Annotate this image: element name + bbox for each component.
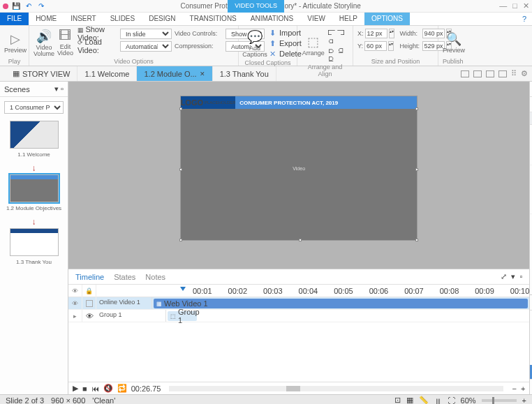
slide-thumb-2[interactable] bbox=[10, 174, 59, 202]
y-spinner[interactable]: ▴▾ bbox=[388, 41, 394, 51]
resize-handle[interactable] bbox=[299, 239, 302, 241]
tab-insert[interactable]: INSERT bbox=[64, 13, 103, 25]
stop-icon[interactable]: ■ bbox=[82, 384, 87, 393]
timeline-tool-icon[interactable]: ⤢ bbox=[501, 272, 507, 281]
timeline-clip[interactable]: ▦ Web Video 1 bbox=[154, 299, 528, 308]
tab-options[interactable]: OPTIONS bbox=[364, 13, 410, 25]
resize-handle[interactable] bbox=[179, 239, 182, 241]
play-icon[interactable]: ▶ bbox=[73, 384, 78, 393]
slide-title-box[interactable]: CONSUMER PROTECTION ACT, 2019 bbox=[235, 96, 417, 109]
timeline-tab[interactable]: Timeline bbox=[75, 273, 104, 281]
zoom-value[interactable]: 60% bbox=[461, 396, 476, 405]
tab-home[interactable]: HOME bbox=[29, 13, 64, 25]
slide-canvas[interactable]: LOGOPLACEHOLDER CONSUMER PROTECTION ACT,… bbox=[180, 96, 418, 241]
scene-selector[interactable]: 1 Consumer Prot bbox=[4, 101, 64, 114]
mute-icon[interactable]: 🔇 bbox=[103, 384, 113, 393]
story-view-tab[interactable]: ▦STORY VIEW bbox=[6, 66, 77, 81]
zoom-in-icon[interactable]: + bbox=[521, 384, 525, 393]
edit-video-button[interactable]: 🎞Edit Video bbox=[57, 28, 73, 57]
maximize-icon[interactable]: □ bbox=[512, 1, 517, 10]
zoom-out-icon[interactable]: − bbox=[512, 384, 516, 393]
close-tab-icon[interactable]: ✕ bbox=[200, 70, 205, 77]
zoom-in-icon[interactable]: + bbox=[522, 396, 526, 405]
collapse-icon[interactable]: ▾ bbox=[54, 84, 59, 93]
x-input[interactable] bbox=[365, 29, 387, 38]
tab-transitions[interactable]: TRANSITIONS bbox=[183, 13, 244, 25]
grid-icon[interactable]: ▦ bbox=[406, 396, 413, 404]
layout-icon-2[interactable] bbox=[473, 70, 482, 77]
preview-button[interactable]: ▷Preview bbox=[4, 28, 27, 57]
toggle-panels-icon[interactable]: ⠿ bbox=[511, 69, 517, 78]
redo-icon[interactable]: ↷ bbox=[36, 1, 46, 11]
playhead-icon[interactable] bbox=[180, 287, 186, 291]
layout-icon-3[interactable] bbox=[486, 70, 494, 77]
zoom-fit-icon[interactable]: ⛶ bbox=[448, 396, 455, 405]
close-icon[interactable]: ✕ bbox=[523, 1, 529, 10]
video-volume-button[interactable]: 🔊Video Volume bbox=[34, 28, 54, 57]
layout-icon-4[interactable] bbox=[498, 70, 507, 77]
align-icon-1[interactable]: ⫍ ⫎ ⫏ bbox=[327, 28, 348, 45]
fit-icon[interactable]: ⊡ bbox=[394, 396, 401, 404]
slide-tab-3[interactable]: 1.3 Thank You bbox=[213, 66, 276, 81]
align-icon-2[interactable]: ⫐ ⫑ ⫒ bbox=[327, 46, 348, 63]
loop-icon[interactable]: 🔁 bbox=[117, 384, 127, 393]
tab-design[interactable]: DESIGN bbox=[142, 13, 182, 25]
add-captions-button[interactable]: 💬Add Captions bbox=[243, 28, 267, 59]
x-spinner[interactable]: ▴▾ bbox=[389, 29, 394, 38]
ribbon-preview-button[interactable]: 🔍Preview bbox=[443, 28, 465, 57]
expand-icon[interactable]: ▸ bbox=[68, 310, 82, 322]
help-icon[interactable]: ? bbox=[517, 13, 532, 25]
resize-handle[interactable] bbox=[415, 239, 418, 241]
tab-slides[interactable]: SLIDES bbox=[103, 13, 142, 25]
resize-handle[interactable] bbox=[179, 107, 182, 110]
slide-thumb-1[interactable] bbox=[10, 121, 59, 149]
video-tools-tab[interactable]: VIDEO TOOLS bbox=[228, 0, 284, 13]
timeline-row[interactable]: ▸ 👁 Group 1 ⬚ Group 1 bbox=[68, 310, 529, 322]
import-captions-button[interactable]: ⬇Import bbox=[269, 28, 302, 38]
timeline-row[interactable]: 👁 Online Video 1 ▦ Web Video 1 bbox=[68, 297, 529, 310]
eye-header-icon[interactable]: 👁 bbox=[68, 285, 82, 297]
notes-tab[interactable]: Notes bbox=[145, 273, 165, 281]
slide-tab-2[interactable]: 1.2 Module O...✕ bbox=[137, 66, 212, 81]
resize-handle[interactable] bbox=[415, 168, 418, 171]
collapse-icon[interactable]: ▾ bbox=[511, 272, 515, 281]
rewind-icon[interactable]: ⏮ bbox=[91, 384, 99, 393]
settings-icon[interactable]: ⚙ bbox=[521, 69, 528, 78]
arrange-button[interactable]: ⬚Arrange bbox=[302, 28, 325, 63]
logo-placeholder[interactable]: LOGOPLACEHOLDER bbox=[181, 96, 235, 109]
minimize-icon[interactable]: — bbox=[499, 1, 507, 10]
slide-thumb-3[interactable] bbox=[10, 228, 59, 256]
popout-icon[interactable]: ▫ bbox=[61, 84, 64, 93]
delete-captions-button[interactable]: ✕Delete bbox=[269, 49, 302, 59]
undo-icon[interactable]: ↶ bbox=[24, 1, 34, 11]
layout-icon-1[interactable] bbox=[461, 70, 469, 77]
timeline-object-name[interactable]: Group 1 bbox=[96, 310, 166, 322]
resize-handle[interactable] bbox=[415, 107, 418, 110]
ruler-icon[interactable]: 📏 bbox=[419, 396, 429, 404]
save-icon[interactable]: 💾 bbox=[11, 1, 21, 11]
zoom-slider[interactable] bbox=[482, 399, 517, 402]
popout-icon[interactable]: ▫ bbox=[519, 272, 522, 281]
tab-help[interactable]: HELP bbox=[332, 13, 364, 25]
slide-tab-1[interactable]: 1.1 Welcome bbox=[77, 66, 137, 81]
resize-handle[interactable] bbox=[179, 168, 182, 171]
tab-view[interactable]: VIEW bbox=[300, 13, 332, 25]
guides-icon[interactable]: ⫼ bbox=[434, 396, 442, 405]
timeline-ruler[interactable]: 00:0100:0200:0300:0400:0500:0600:0700:08… bbox=[180, 287, 529, 295]
timeline-object-name[interactable]: Online Video 1 bbox=[96, 297, 152, 309]
eye-icon[interactable]: 👁 bbox=[68, 297, 82, 310]
lock-cell[interactable] bbox=[82, 297, 96, 310]
show-video-select[interactable]: In slide bbox=[120, 29, 172, 39]
video-placeholder[interactable]: Video bbox=[293, 166, 305, 171]
lock-header-icon[interactable]: 🔒 bbox=[82, 285, 96, 297]
timeline-clip[interactable]: ⬚ Group 1 bbox=[168, 311, 197, 321]
tab-animations[interactable]: ANIMATIONS bbox=[244, 13, 300, 25]
main-area: Scenes▾▫ 1 Consumer Prot 1.1 Welcome ↓ 1… bbox=[0, 82, 532, 394]
tab-file[interactable]: FILE bbox=[0, 13, 29, 25]
timeline-scrollbar[interactable] bbox=[169, 386, 503, 391]
load-video-select[interactable]: Automatically bbox=[120, 41, 172, 52]
y-input[interactable] bbox=[364, 41, 387, 51]
export-captions-button[interactable]: ⬆Export bbox=[269, 38, 302, 48]
states-tab[interactable]: States bbox=[114, 273, 135, 281]
eye-icon[interactable]: 👁 bbox=[86, 312, 94, 320]
